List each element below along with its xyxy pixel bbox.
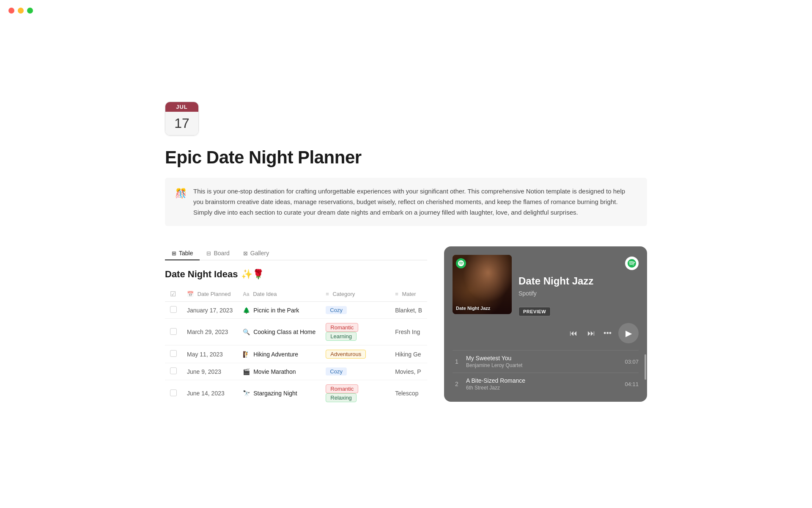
row-category: Romantic Relaxing (321, 380, 390, 407)
checkbox-input[interactable] (170, 328, 177, 335)
preview-badge: PREVIEW (518, 307, 551, 316)
skip-back-button[interactable]: ⏮ (568, 327, 579, 340)
content-section: ⊞ Table ⊟ Board ⊠ Gallery Date Night Ide… (165, 246, 647, 406)
minimize-button[interactable] (18, 8, 24, 14)
col-materials-label: Mater (402, 291, 416, 297)
row-materials: Fresh Ing (390, 319, 427, 345)
checkbox-input[interactable] (170, 367, 177, 374)
row-materials: Movies, P (390, 363, 427, 380)
idea-emoji: 🔭 (243, 390, 250, 397)
track-name[interactable]: My Sweetest You (466, 355, 620, 362)
row-date: June 9, 2023 (182, 363, 238, 380)
track-number: 2 (453, 381, 461, 387)
row-materials: Blanket, B (390, 302, 427, 319)
track-item: 1 My Sweetest You Benjamine Leroy Quarte… (453, 350, 639, 373)
category-col-icon: ≡ (326, 291, 329, 297)
row-idea[interactable]: 🎬 Movie Marathon (238, 363, 321, 380)
col-category-label: Category (332, 291, 355, 297)
row-category: Romantic Learning (321, 319, 390, 345)
tab-gallery[interactable]: ⊠ Gallery (236, 246, 276, 260)
description-emoji: 🎊 (175, 186, 187, 200)
titlebar (0, 0, 812, 21)
idea-text: Cooking Class at Home (253, 329, 315, 335)
table-title-text: Date Night Ideas (165, 269, 238, 280)
row-idea[interactable]: 🔍 Cooking Class at Home (238, 319, 321, 345)
spotify-info: Date Night Jazz Spotify PREVIEW (518, 255, 639, 316)
calendar-icon-wrapper: JUL 17 (165, 102, 647, 135)
row-idea[interactable]: 🧗 Hiking Adventure (238, 345, 321, 363)
row-checkbox[interactable] (165, 319, 182, 345)
maximize-button[interactable] (27, 8, 33, 14)
row-materials: Telescop (390, 380, 427, 407)
row-category: Cozy (321, 302, 390, 319)
idea-text: Hiking Adventure (253, 351, 298, 358)
spotify-svg-icon (458, 260, 464, 266)
tag-cozy[interactable]: Cozy (326, 306, 347, 314)
spotify-main-svg (628, 259, 636, 268)
more-options-button[interactable]: ••• (604, 329, 612, 338)
close-button[interactable] (8, 8, 14, 14)
tab-table[interactable]: ⊞ Table (165, 246, 200, 260)
calendar-icon: JUL 17 (165, 102, 199, 135)
table-row: May 11, 2023 🧗 Hiking Adventure Adventur… (165, 345, 427, 363)
tag-relaxing[interactable]: Relaxing (326, 393, 357, 402)
scrollbar[interactable] (645, 354, 646, 380)
spotify-header: Date Night Jazz Date Night Jazz Spotify (444, 246, 647, 323)
tab-table-label: Table (179, 250, 193, 257)
idea-col-icon: Aa (243, 291, 249, 297)
spotify-logo-small (456, 258, 466, 268)
idea-emoji: 🧗 (243, 351, 250, 358)
track-artist: Benjamine Leroy Quartet (466, 362, 620, 368)
tab-board-label: Board (214, 250, 229, 257)
date-col-icon: 📅 (187, 291, 194, 297)
checkbox-input[interactable] (170, 350, 177, 357)
spotify-platform: Spotify (518, 290, 639, 297)
row-checkbox[interactable] (165, 363, 182, 380)
track-info: My Sweetest You Benjamine Leroy Quartet (466, 355, 620, 368)
row-materials: Hiking Ge (390, 345, 427, 363)
checkbox-input[interactable] (170, 306, 177, 313)
col-idea-label: Date Idea (253, 291, 277, 297)
col-date-idea[interactable]: Aa Date Idea (238, 287, 321, 302)
row-category: Adventurous (321, 345, 390, 363)
row-idea[interactable]: 🌲 Picnic in the Park (238, 302, 321, 319)
calendar-day: 17 (165, 112, 198, 135)
table-tab-icon: ⊞ (172, 250, 176, 257)
idea-emoji: 🌲 (243, 307, 250, 314)
track-list: 1 My Sweetest You Benjamine Leroy Quarte… (444, 350, 647, 395)
col-category[interactable]: ≡ Category (321, 287, 390, 302)
idea-emoji: 🎬 (243, 368, 250, 375)
tab-gallery-label: Gallery (250, 250, 269, 257)
spotify-circle-icon (456, 258, 466, 268)
track-name[interactable]: A Bite-Sized Romance (466, 377, 620, 384)
checkbox-input[interactable] (170, 389, 177, 396)
date-ideas-table: ☑ 📅 Date Planned Aa Date Idea ≡ Categ (165, 287, 427, 406)
skip-forward-button[interactable]: ⏭ (586, 327, 597, 340)
row-idea[interactable]: 🔭 Stargazing Night (238, 380, 321, 407)
row-checkbox[interactable] (165, 380, 182, 407)
track-duration: 04:11 (625, 381, 639, 387)
row-date: June 14, 2023 (182, 380, 238, 407)
table-row: June 9, 2023 🎬 Movie Marathon Cozy Movie… (165, 363, 427, 380)
tag-romantic[interactable]: Romantic (326, 384, 358, 393)
tab-board[interactable]: ⊟ Board (200, 246, 236, 260)
tag-adventurous[interactable]: Adventurous (326, 350, 366, 359)
description-text: This is your one-stop destination for cr… (193, 186, 637, 218)
col-date-planned[interactable]: 📅 Date Planned (182, 287, 238, 302)
table-title: Date Night Ideas ✨🌹 (165, 269, 427, 280)
play-button[interactable]: ▶ (618, 323, 639, 343)
col-date-label: Date Planned (198, 291, 231, 297)
tag-learning[interactable]: Learning (326, 332, 357, 341)
track-artist: 6th Street Jazz (466, 385, 620, 391)
col-materials[interactable]: ≡ Mater (390, 287, 427, 302)
table-row: January 17, 2023 🌲 Picnic in the Park Co… (165, 302, 427, 319)
tag-cozy[interactable]: Cozy (326, 367, 347, 375)
row-checkbox[interactable] (165, 302, 182, 319)
tag-romantic[interactable]: Romantic (326, 323, 358, 332)
row-checkbox[interactable] (165, 345, 182, 363)
gallery-tab-icon: ⊠ (243, 250, 248, 257)
description-box: 🎊 This is your one-stop destination for … (165, 178, 647, 226)
row-date: January 17, 2023 (182, 302, 238, 319)
spotify-playlist-name: Date Night Jazz (518, 275, 639, 287)
spotify-controls: ⏮ ⏭ ••• ▶ (444, 323, 647, 343)
